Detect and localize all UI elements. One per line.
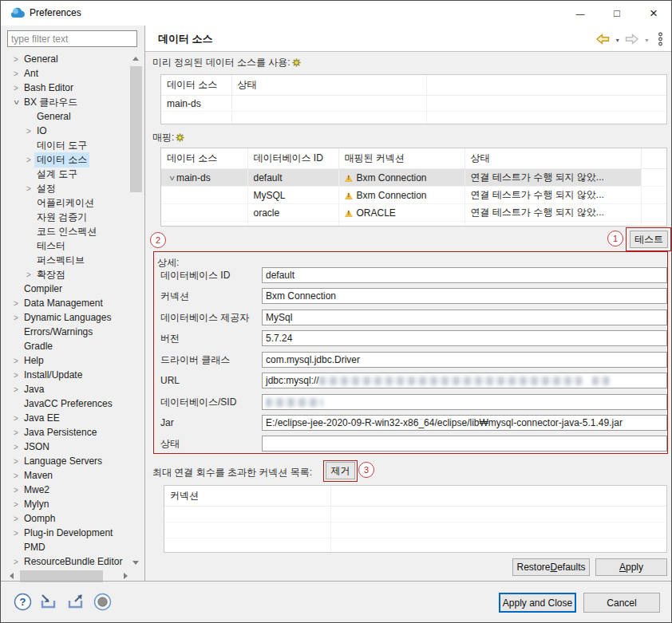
close-button[interactable]: ×: [635, 1, 672, 26]
view-menu-icon[interactable]: [658, 32, 663, 49]
tree-item[interactable]: > 설정: [7, 181, 129, 195]
tree-item[interactable]: > Bash Editor: [7, 81, 129, 95]
column-header[interactable]: 매핑된 커넥션: [338, 148, 464, 169]
help-icon[interactable]: ?: [14, 593, 32, 613]
status-field[interactable]: [262, 436, 667, 451]
provider-field[interactable]: MySql: [262, 310, 667, 325]
row-expand-chevron-icon[interactable]: >: [168, 173, 176, 183]
tree-item-label: 설정: [34, 181, 58, 196]
tree-item[interactable]: 어플리케이션: [7, 195, 129, 210]
url-field[interactable]: jdbc:mysql://: [262, 373, 667, 388]
mapping-row[interactable]: MySQL Bxm Connection 연결 테스트가 수행 되지 않았...: [161, 187, 666, 204]
back-button[interactable]: [595, 34, 610, 47]
tree-expand-chevron-icon[interactable]: >: [10, 500, 22, 509]
column-header[interactable]: 데이터베이스 ID: [247, 148, 338, 169]
database-id-field[interactable]: default: [262, 267, 667, 283]
mapping-row[interactable]: oracle ORACLE 연결 테스트가 수행 되지 않았...: [161, 204, 666, 222]
import-icon[interactable]: [39, 593, 59, 613]
tree-expand-chevron-icon[interactable]: >: [12, 97, 21, 108]
column-header[interactable]: 데이터 소스: [161, 75, 231, 96]
connection-field[interactable]: Bxm Connection: [262, 288, 667, 304]
forward-history-caret-icon[interactable]: ▼: [644, 37, 650, 43]
recorder-icon[interactable]: [93, 593, 112, 613]
maximize-button[interactable]: □: [599, 1, 635, 26]
annotation-badge-3: 3: [358, 462, 374, 478]
tree-item[interactable]: 퍼스펙티브: [7, 253, 129, 267]
mapping-row[interactable]: >main-ds default Bxm Connection 연결 테스트가 …: [161, 169, 666, 187]
warning-icon: [345, 175, 353, 182]
vertical-scroll-thumb[interactable]: [130, 66, 142, 192]
tree-item[interactable]: > Oomph: [7, 511, 129, 526]
tree-item[interactable]: > Maven: [7, 468, 129, 483]
tree-item[interactable]: > BX 클라우드: [7, 95, 129, 109]
minimize-button[interactable]: —: [562, 1, 599, 26]
test-button[interactable]: 테스트: [630, 231, 668, 248]
warning-icon: [345, 210, 353, 217]
tree-item-label: Ant: [22, 67, 41, 80]
filter-input[interactable]: [7, 30, 137, 47]
tree-item[interactable]: 테스터: [7, 239, 129, 253]
column-header[interactable]: 커넥션: [164, 486, 330, 507]
column-header[interactable]: 데이터 소스: [161, 148, 247, 169]
tree-item-label: Maven: [22, 469, 55, 482]
column-header[interactable]: 상태: [464, 148, 641, 169]
tree-item[interactable]: > Language Servers: [7, 454, 129, 468]
column-header[interactable]: 상태: [231, 75, 426, 96]
tree-item-label: 어플리케이션: [34, 195, 97, 211]
page-header: 데이터 소스 ▼ ▼: [145, 26, 672, 51]
remove-button[interactable]: 제거: [326, 462, 355, 479]
tree-expand-chevron-icon[interactable]: >: [10, 515, 22, 523]
scroll-up-arrow-icon[interactable]: [132, 57, 139, 61]
tree-item-label: 데이터 소스: [34, 152, 89, 168]
tree-expand-chevron-icon[interactable]: >: [10, 69, 22, 78]
tree-item[interactable]: > Mylyn: [7, 497, 129, 511]
tree-item[interactable]: 데이터 도구: [7, 138, 129, 152]
tree-expand-chevron-icon[interactable]: >: [23, 184, 34, 193]
tree-item[interactable]: 코드 인스펙션: [7, 224, 129, 239]
restore-defaults-button[interactable]: Restore Defaults: [512, 558, 590, 576]
cancel-button[interactable]: Cancel: [583, 593, 660, 613]
export-icon[interactable]: [66, 593, 86, 613]
tree-expand-chevron-icon[interactable]: >: [10, 529, 22, 538]
table-row[interactable]: main-ds: [161, 96, 666, 112]
tree-expand-chevron-icon[interactable]: >: [10, 457, 22, 466]
tree-item-label: 테스터: [34, 239, 68, 254]
tree-item[interactable]: > Ant: [7, 66, 129, 81]
tree-item[interactable]: > Plug-in Development: [7, 526, 129, 540]
apply-button[interactable]: Apply: [595, 558, 667, 576]
version-field[interactable]: 5.7.24: [262, 330, 667, 346]
detail-label: URL: [160, 373, 259, 388]
tree-item[interactable]: > Mwe2: [7, 483, 129, 497]
tree-expand-chevron-icon[interactable]: >: [10, 55, 22, 64]
detail-label: 데이터베이스 제공자: [160, 310, 259, 325]
tree-item-label: BX 클라우드: [22, 95, 80, 110]
tree-expand-chevron-icon[interactable]: >: [23, 127, 34, 136]
tree-item[interactable]: > ResourceBundle Editor: [7, 554, 129, 569]
tree-item[interactable]: 설계 도구: [7, 167, 129, 181]
scroll-right-arrow-icon[interactable]: [124, 573, 128, 579]
tree-expand-chevron-icon[interactable]: >: [10, 486, 22, 495]
tree-item-label: Plug-in Development: [22, 526, 115, 539]
driver-class-field[interactable]: com.mysql.jdbc.Driver: [262, 352, 667, 368]
sid-field[interactable]: [262, 394, 667, 410]
scroll-left-arrow-icon[interactable]: [10, 573, 14, 579]
tree-expand-chevron-icon[interactable]: >: [10, 84, 22, 93]
forward-button[interactable]: [625, 34, 639, 47]
tree-item-label: Mylyn: [22, 498, 51, 511]
tree-item[interactable]: > General: [7, 52, 129, 66]
jar-field[interactable]: E:/eclipse-jee-2020-09-R-win32-x86_64/ec…: [262, 415, 667, 431]
apply-and-close-button[interactable]: Apply and Close: [499, 593, 576, 613]
tree-item-label: Oomph: [22, 512, 57, 525]
tree-item[interactable]: > 데이터 소스: [7, 152, 129, 167]
tree-expand-chevron-icon[interactable]: >: [10, 558, 22, 566]
back-history-caret-icon[interactable]: ▼: [615, 37, 620, 43]
tree-item-label: 퍼스펙티브: [34, 253, 87, 268]
tree-expand-chevron-icon[interactable]: >: [10, 471, 22, 480]
tree-item[interactable]: General: [7, 109, 129, 124]
tree-item[interactable]: 자원 검증기: [7, 210, 129, 224]
redacted-text: [319, 377, 583, 385]
tree-item[interactable]: > IO: [7, 124, 129, 138]
tree-item[interactable]: PMD: [7, 540, 129, 554]
tree-expand-chevron-icon[interactable]: >: [23, 156, 34, 164]
scroll-down-arrow-icon[interactable]: [132, 561, 139, 565]
